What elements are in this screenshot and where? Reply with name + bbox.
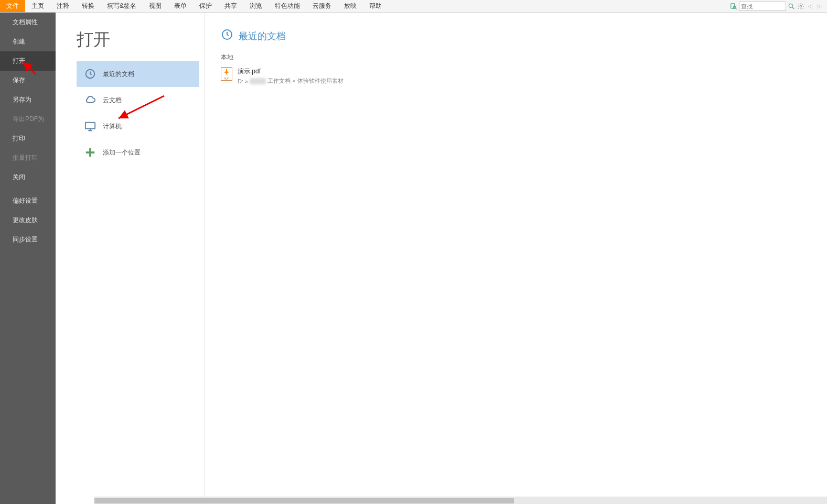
- menu-tab-form[interactable]: 表单: [168, 0, 193, 12]
- menu-tab-convert[interactable]: 转换: [76, 0, 101, 12]
- menubar: 文件 主页 注释 转换 填写&签名 视图 表单 保护 共享 浏览 特色功能 云服…: [0, 0, 827, 13]
- sidebar-item-batch-print: 批量打印: [0, 148, 56, 168]
- search-icon[interactable]: [787, 2, 796, 10]
- file-sidebar: 文档属性 创建 打开 保存 另存为 导出PDF为 打印 批量打印 关闭 偏好设置…: [0, 13, 56, 504]
- recent-files-column: 最近的文档 本地 演示.pdf D: » ████ 工作文档 » 体验软件使用素…: [205, 13, 827, 504]
- menu-tab-special[interactable]: 特色功能: [268, 0, 306, 12]
- search-input[interactable]: [739, 2, 786, 11]
- menu-tab-home[interactable]: 主页: [25, 0, 50, 12]
- open-locations-column: 打开 最近的文档 云文档 计算机: [56, 13, 205, 504]
- horizontal-scrollbar[interactable]: [94, 497, 827, 504]
- search-container: ◁ ▷: [729, 0, 827, 12]
- sidebar-item-preferences[interactable]: 偏好设置: [0, 191, 56, 211]
- location-add[interactable]: 添加一个位置: [77, 139, 199, 166]
- menu-tab-browse[interactable]: 浏览: [243, 0, 268, 12]
- location-label: 云文档: [103, 96, 122, 105]
- nav-next-icon[interactable]: ▷: [815, 2, 824, 10]
- svg-point-5: [800, 5, 802, 7]
- sidebar-item-print[interactable]: 打印: [0, 129, 56, 148]
- sidebar-item-open[interactable]: 打开: [0, 51, 56, 71]
- main-area: 打开 最近的文档 云文档 计算机: [56, 13, 827, 504]
- file-path: D: » ████ 工作文档 » 体验软件使用素材: [238, 77, 343, 85]
- location-label: 计算机: [103, 122, 122, 131]
- menu-tab-share[interactable]: 共享: [218, 0, 243, 12]
- monitor-icon: [84, 120, 96, 133]
- sidebar-item-export-pdf: 导出PDF为: [0, 109, 56, 129]
- pdf-file-icon: [221, 67, 232, 81]
- svg-line-2: [736, 8, 737, 9]
- menu-tab-fill-sign[interactable]: 填写&签名: [101, 0, 143, 12]
- location-label: 添加一个位置: [103, 148, 141, 157]
- page-title: 打开: [56, 28, 205, 61]
- location-computer[interactable]: 计算机: [77, 113, 199, 139]
- menu-tab-cloud[interactable]: 云服务: [306, 0, 338, 12]
- find-page-icon[interactable]: [729, 2, 738, 10]
- sidebar-item-skin[interactable]: 更改皮肤: [0, 211, 56, 230]
- clock-icon: [84, 68, 96, 80]
- nav-prev-icon[interactable]: ◁: [806, 2, 814, 10]
- location-recent[interactable]: 最近的文档: [77, 61, 199, 87]
- cloud-icon: [84, 94, 96, 106]
- sidebar-item-doc-properties[interactable]: 文档属性: [0, 13, 56, 32]
- svg-point-3: [789, 4, 792, 7]
- recent-file-item[interactable]: 演示.pdf D: » ████ 工作文档 » 体验软件使用素材: [221, 65, 827, 87]
- sidebar-item-create[interactable]: 创建: [0, 32, 56, 51]
- menu-tab-protect[interactable]: 保护: [193, 0, 218, 12]
- svg-rect-9: [86, 151, 95, 154]
- recent-header-label: 最近的文档: [239, 30, 286, 42]
- sidebar-item-close[interactable]: 关闭: [0, 168, 56, 187]
- svg-rect-7: [85, 123, 95, 129]
- svg-line-4: [792, 7, 794, 9]
- sidebar-item-save-as[interactable]: 另存为: [0, 90, 56, 109]
- file-name: 演示.pdf: [238, 67, 343, 76]
- menu-tab-view[interactable]: 视图: [143, 0, 168, 12]
- recent-header: 最近的文档: [221, 28, 827, 43]
- plus-icon: [84, 146, 96, 159]
- sidebar-item-save[interactable]: 保存: [0, 71, 56, 90]
- menu-tab-slideshow[interactable]: 放映: [338, 0, 363, 12]
- menu-tab-help[interactable]: 帮助: [363, 0, 388, 12]
- menu-tab-file[interactable]: 文件: [0, 0, 25, 12]
- sidebar-item-sync-settings[interactable]: 同步设置: [0, 230, 56, 249]
- clock-icon: [221, 28, 233, 43]
- gear-icon[interactable]: [797, 2, 805, 10]
- section-local-label: 本地: [221, 53, 827, 62]
- location-label: 最近的文档: [103, 70, 134, 79]
- menu-tab-comment[interactable]: 注释: [50, 0, 76, 12]
- location-cloud[interactable]: 云文档: [77, 87, 199, 113]
